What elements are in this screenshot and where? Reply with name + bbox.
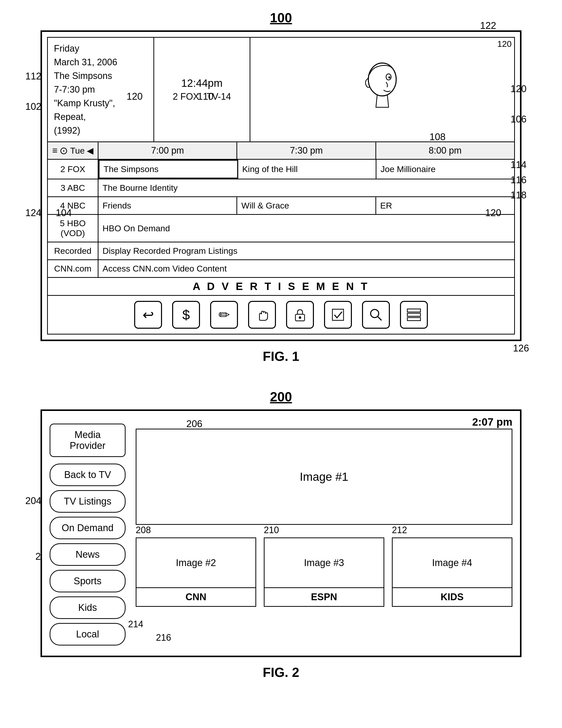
- hand-button[interactable]: [248, 301, 276, 329]
- fig2-menu: MediaProvider Back to TV TV Listings On …: [50, 421, 125, 646]
- nav-day: Tue: [70, 146, 85, 156]
- menu-on-demand[interactable]: On Demand: [50, 517, 125, 539]
- program-simpsons[interactable]: The Simpsons: [98, 160, 238, 179]
- svg-point-4: [299, 316, 301, 319]
- channel-2fox: 2 FOX: [48, 160, 98, 179]
- thumb-label-espn: ESPN: [264, 588, 384, 607]
- channel-cnn: CNN.com: [48, 260, 98, 277]
- show-date: March 31, 2006: [54, 55, 147, 69]
- ref-122: 122: [480, 20, 496, 31]
- svg-rect-5: [333, 309, 344, 320]
- ref-120c: 120: [127, 91, 142, 102]
- channel-number: 2 FOX: [173, 91, 199, 102]
- ref-212: 212: [392, 525, 407, 535]
- channel-3abc: 3 ABC: [48, 179, 98, 196]
- fig2-number: 200: [270, 389, 292, 404]
- advert-text: A D V E R T I S E M E N T: [193, 280, 369, 293]
- lock-icon: [293, 307, 308, 322]
- svg-rect-10: [407, 318, 421, 321]
- program-joe[interactable]: Joe Millionaire: [377, 160, 514, 179]
- ref-214: 214: [128, 619, 143, 630]
- edit-button[interactable]: ✏: [210, 301, 238, 329]
- fig2-time: 2:07 pm: [472, 416, 512, 428]
- nav-arrow-left[interactable]: ◀: [87, 145, 93, 156]
- current-time: 12:44pm: [160, 77, 243, 89]
- menu-kids[interactable]: Kids: [50, 596, 125, 619]
- menu-news[interactable]: News: [50, 543, 125, 566]
- menu-back-to-tv[interactable]: Back to TV: [50, 464, 125, 486]
- thumb-image-2-label: Image #2: [176, 557, 216, 568]
- table-row: 4 NBC Friends Will & Grace ER: [48, 197, 514, 215]
- channel-4nbc: 4 NBC: [48, 197, 98, 214]
- ref-102: 102: [25, 101, 41, 112]
- ref-114: 114: [511, 159, 527, 170]
- menu-label-sports: Sports: [74, 576, 101, 586]
- ref-116: 116: [511, 175, 527, 185]
- time-slot-1: 7:00 pm: [98, 142, 237, 159]
- fig1-header-row: ≡ ⊙ Tue ◀ 7:00 pm 7:30 pm 8:00 pm: [48, 142, 514, 160]
- fig1-info-center: 12:44pm 2 FOX TV-14: [154, 38, 250, 141]
- ref-206: 206: [186, 419, 202, 429]
- program-king[interactable]: King of the Hill: [238, 160, 377, 179]
- list-button[interactable]: [400, 301, 428, 329]
- fig1-frame: Friday March 31, 2006 The Simpsons 7-7:3…: [40, 30, 522, 341]
- program-cnn[interactable]: Access CNN.com Video Content: [98, 260, 514, 277]
- show-year: (1992): [54, 124, 147, 137]
- ref-120b: 120: [511, 84, 527, 94]
- ref-216: 216: [156, 632, 171, 643]
- show-title: The Simpsons: [54, 69, 147, 83]
- fig1-info-left: Friday March 31, 2006 The Simpsons 7-7:3…: [48, 38, 154, 141]
- fig1-grid: ≡ ⊙ Tue ◀ 7:00 pm 7:30 pm 8:00 pm 2 FOX …: [47, 142, 515, 278]
- channel-hbo: 5 HBO (VOD): [48, 215, 98, 242]
- back-button[interactable]: ↩: [134, 301, 162, 329]
- nav-cell[interactable]: ≡ ⊙ Tue ◀: [48, 142, 98, 159]
- program-willgrace[interactable]: Will & Grace: [237, 197, 376, 214]
- program-friends[interactable]: Friends: [98, 197, 237, 214]
- fig2-main-image: Image #1: [136, 429, 512, 525]
- ref-126: 126: [513, 343, 529, 354]
- svg-point-2: [388, 76, 390, 78]
- lock-button[interactable]: [286, 301, 314, 329]
- menu-label-tv: TV Listings: [64, 496, 111, 507]
- fig2-section: 200 204 202 MediaProvider Back to TV TV …: [15, 389, 547, 680]
- fig2-frame: MediaProvider Back to TV TV Listings On …: [40, 409, 522, 657]
- svg-rect-8: [407, 309, 421, 312]
- ref-210: 210: [264, 525, 279, 535]
- thumb-image-2: Image #2: [136, 537, 256, 588]
- menu-local[interactable]: Local: [50, 623, 125, 646]
- menu-label-local: Local: [76, 629, 99, 639]
- program-recorded[interactable]: Display Recorded Program Listings: [98, 242, 514, 259]
- show-day: Friday: [54, 42, 147, 55]
- fig1-section: 100 112 122 Friday March 31, 2006 The Si…: [15, 10, 547, 364]
- channel-recorded: Recorded: [48, 242, 98, 259]
- thumb-cnn-wrapper: 208 214 Image #2 CNN: [136, 537, 256, 607]
- search-icon: [368, 307, 384, 322]
- thumb-image-4: Image #4: [392, 537, 512, 588]
- ref-112: 112: [25, 71, 41, 82]
- program-hbo[interactable]: HBO On Demand: [98, 215, 514, 242]
- menu-tv-listings[interactable]: TV Listings: [50, 490, 125, 513]
- ref-120a: 120: [497, 39, 512, 49]
- hand-icon: [254, 307, 269, 322]
- time-slot-2: 7:30 pm: [237, 142, 376, 159]
- ref-110: 110: [197, 91, 213, 102]
- program-bourne[interactable]: The Bourne Identity: [98, 179, 514, 196]
- menu-media-provider[interactable]: MediaProvider: [50, 424, 125, 457]
- ref-106: 106: [511, 114, 527, 125]
- menu-sports[interactable]: Sports: [50, 570, 125, 592]
- svg-rect-9: [407, 313, 421, 316]
- table-row: CNN.com Access CNN.com Video Content: [48, 260, 514, 277]
- menu-icon: ≡: [52, 145, 57, 156]
- ref-104: 104: [56, 207, 72, 218]
- ref-204: 204: [25, 495, 41, 506]
- check-button[interactable]: [324, 301, 352, 329]
- table-row: 2 FOX The Simpsons King of the Hill Joe …: [48, 160, 514, 179]
- thumb-image-4-label: Image #4: [432, 557, 472, 568]
- fig2-content: 2:07 pm 206 Image #1 208 214 Image #2: [136, 421, 512, 646]
- ref-120d: 120: [485, 207, 501, 218]
- fig1-caption: FIG. 1: [263, 349, 299, 364]
- menu-label-kids: Kids: [78, 602, 97, 613]
- search-button[interactable]: [362, 301, 390, 329]
- purchase-button[interactable]: $: [172, 301, 200, 329]
- thumb-label-cnn: CNN: [136, 588, 256, 607]
